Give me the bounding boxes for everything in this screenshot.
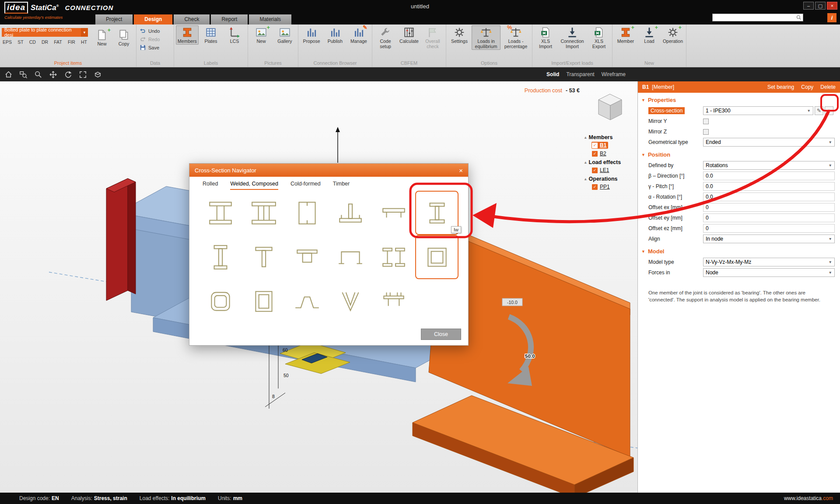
settings-button[interactable]: Settings [448, 25, 471, 45]
zoom-fit-icon[interactable] [79, 70, 87, 79]
checkbox-checked-icon[interactable]: ✓ [592, 143, 598, 148]
save-button[interactable]: Save [138, 44, 161, 51]
dialog-title-bar[interactable]: Cross-Section Navigator × [189, 164, 468, 177]
cross-section-option[interactable] [329, 191, 372, 235]
close-window-button[interactable]: × [827, 2, 837, 10]
offset-ey-input[interactable]: 0 [703, 214, 835, 222]
tab-design[interactable]: Design [134, 14, 172, 24]
labels-lcs-toggle[interactable]: LCS [223, 25, 246, 45]
loads-percentage-toggle[interactable]: %Loads - percentage [501, 25, 530, 50]
tab-project[interactable]: Project [95, 14, 133, 24]
navigation-cube[interactable] [598, 94, 622, 120]
zoom-icon[interactable] [34, 70, 42, 79]
beta-direction-input[interactable]: 0.0 [703, 172, 835, 180]
connection-type-dropdown[interactable]: Bolted plate to plate connection desi ▾ [2, 28, 88, 37]
home-view-icon[interactable] [4, 70, 13, 79]
delete-member-button[interactable]: Delete [820, 84, 836, 90]
rotate-view-icon[interactable] [64, 70, 72, 79]
tree-item-le1[interactable]: ✓LE1 [592, 167, 611, 174]
new-load-button[interactable]: +Load [638, 25, 661, 45]
new-project-button[interactable]: + New [91, 28, 112, 47]
geometrical-type-dropdown[interactable]: Ended▼ [703, 138, 835, 147]
xls-import-button[interactable]: XLS Import [534, 25, 557, 50]
code-setup-button[interactable]: Code setup [374, 25, 397, 50]
cross-section-option[interactable] [242, 191, 286, 235]
zoom-window-icon[interactable] [19, 70, 28, 79]
edit-cross-section-button[interactable]: ✎ [815, 106, 823, 115]
minimize-button[interactable]: – [803, 2, 814, 10]
overall-check-button[interactable]: Overall check [421, 25, 444, 50]
view-mode-transparent[interactable]: Transparent [566, 71, 594, 77]
mirror-z-checkbox[interactable] [703, 129, 709, 135]
search-input[interactable] [713, 14, 796, 21]
collapse-icon[interactable]: ▼ [641, 153, 645, 157]
alpha-rotation-input[interactable]: 0.0 [703, 192, 835, 201]
cross-section-option[interactable] [242, 235, 286, 279]
add-cross-section-button[interactable]: + [825, 106, 833, 115]
cross-section-option[interactable] [199, 191, 242, 235]
cross-section-option[interactable] [329, 235, 372, 279]
undo-button[interactable]: Undo [138, 27, 161, 35]
redo-button[interactable]: Redo [138, 35, 161, 43]
cross-section-option[interactable] [415, 235, 458, 279]
cross-section-option[interactable] [286, 279, 329, 323]
labels-members-toggle[interactable]: Members [176, 25, 199, 45]
manage-button[interactable]: ✎Manage [347, 25, 370, 45]
tab-welded-composed[interactable]: Welded, Composed [230, 181, 278, 190]
checkbox-checked-icon[interactable]: ✓ [592, 184, 598, 190]
publish-button[interactable]: Publish [324, 25, 346, 45]
cross-section-option[interactable] [199, 279, 242, 323]
code-fir[interactable]: FIR [68, 39, 75, 45]
connection-import-button[interactable]: Connection Import [558, 25, 587, 50]
code-eps[interactable]: EPS [3, 39, 12, 45]
tab-report[interactable]: Report [211, 14, 248, 24]
clipping-box-icon[interactable] [94, 70, 102, 79]
copy-project-button[interactable]: Copy [113, 28, 134, 47]
red-end-plate[interactable] [106, 178, 136, 301]
offset-ez-input[interactable]: 0 [703, 224, 835, 233]
tree-item-pp1[interactable]: ✓PP1 [592, 183, 612, 190]
calculate-button[interactable]: Calculate [398, 25, 420, 45]
cross-section-option[interactable] [199, 235, 242, 279]
tab-cold-formed[interactable]: Cold-formed [290, 181, 321, 190]
search-box[interactable] [712, 14, 803, 21]
collapse-icon[interactable]: ▴ [584, 177, 587, 181]
code-st[interactable]: ST [18, 39, 23, 45]
close-dialog-button[interactable]: Close [421, 329, 461, 340]
maximize-button[interactable]: ▢ [815, 2, 826, 10]
set-bearing-button[interactable]: Set bearing [767, 84, 794, 90]
new-operation-button[interactable]: +Operation [662, 25, 684, 45]
tab-materials[interactable]: Materials [249, 14, 291, 24]
website-link[interactable]: www.ideastatica.com [784, 495, 833, 501]
tree-item-b2[interactable]: ✓B2 [592, 150, 608, 157]
cross-section-option[interactable] [372, 235, 415, 279]
picture-gallery-button[interactable]: Gallery [273, 25, 296, 45]
cross-section-dropdown[interactable]: 1 - IPE300▼ [703, 106, 813, 115]
cross-section-option[interactable] [242, 279, 286, 323]
propose-button[interactable]: Propose [300, 25, 323, 45]
tab-check[interactable]: Check [174, 14, 210, 24]
gamma-pitch-input[interactable]: 0.0 [703, 182, 835, 191]
3d-viewport[interactable]: 60 50 8 -10.0 50.0 Produc [0, 81, 637, 493]
new-member-button[interactable]: +Member [614, 25, 637, 45]
code-dr[interactable]: DR [42, 39, 48, 45]
pan-icon[interactable] [49, 70, 57, 79]
cross-section-option[interactable] [286, 235, 329, 279]
picture-new-button[interactable]: +New [250, 25, 273, 45]
close-icon[interactable]: × [459, 167, 463, 174]
collapse-icon[interactable]: ▴ [584, 135, 587, 140]
collapse-icon[interactable]: ▼ [641, 98, 645, 102]
collapse-icon[interactable]: ▴ [584, 160, 587, 164]
info-button[interactable]: i [827, 13, 836, 22]
code-ht[interactable]: HT [81, 39, 87, 45]
forces-in-dropdown[interactable]: Node▼ [703, 268, 835, 277]
code-fat[interactable]: FAT [54, 39, 62, 45]
defined-by-dropdown[interactable]: Rotations▼ [703, 161, 835, 170]
checkbox-checked-icon[interactable]: ✓ [592, 151, 598, 157]
tab-rolled[interactable]: Rolled [203, 181, 218, 190]
loads-in-equilibrium-toggle[interactable]: Loads in equilibrium [472, 25, 500, 50]
view-mode-solid[interactable]: Solid [546, 71, 559, 77]
xls-export-button[interactable]: XLS Export [588, 25, 610, 50]
model-type-dropdown[interactable]: N-Vy-Vz-Mx-My-Mz▼ [703, 258, 835, 266]
labels-plates-toggle[interactable]: Plates [200, 25, 222, 45]
